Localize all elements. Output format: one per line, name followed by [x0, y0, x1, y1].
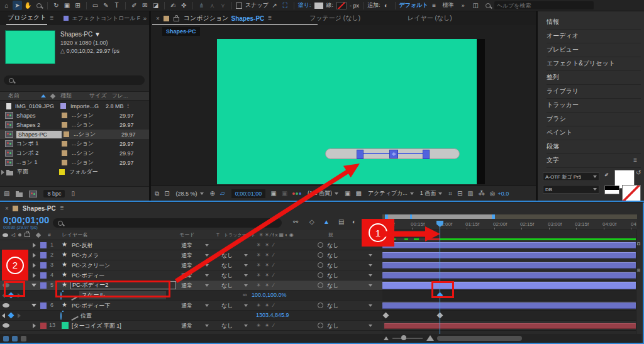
expand-inout-icon[interactable] [21, 336, 26, 341]
parent-chevron-icon[interactable] [369, 284, 372, 287]
stroke-label[interactable]: 線: [326, 1, 334, 9]
pen-tool-icon[interactable]: ✎ [101, 1, 111, 10]
mode-chevron-icon[interactable] [205, 325, 209, 327]
layer-name[interactable]: [ターコイズ 平面 1] [72, 322, 121, 330]
panel-tab-paint[interactable]: ペイント [547, 126, 641, 140]
timeline-search-box[interactable] [53, 218, 282, 228]
pan-behind-tool-icon[interactable]: ⊞ [73, 1, 82, 10]
mode-chevron-icon[interactable] [205, 254, 209, 257]
layer-track-selected[interactable] [382, 280, 636, 291]
matte-chevron-icon[interactable] [244, 325, 248, 327]
col-layer-name[interactable]: レイヤー名 [62, 231, 88, 238]
guides-grid-icon[interactable]: ⊕ [210, 191, 215, 197]
expander-icon[interactable] [33, 273, 36, 278]
col-parent[interactable]: 親 [328, 231, 333, 238]
file-row[interactable]: Shapes ...ション 29.97 [0, 111, 149, 120]
channels-icon[interactable] [292, 192, 301, 195]
tab-footage[interactable]: フッテージ (なし) [309, 14, 360, 23]
resolution-chevron-icon[interactable] [335, 192, 338, 195]
parent-pickwhip-icon[interactable] [318, 262, 323, 268]
parent-dropdown[interactable]: なし [327, 252, 338, 260]
timeline-button-icon[interactable]: ▥ [467, 191, 473, 197]
panel-tab-audio[interactable]: オーディオ [547, 29, 641, 43]
fill-label[interactable]: 塗り: [298, 1, 311, 9]
timeline-tab-name[interactable]: Shapes-PC [23, 205, 56, 212]
zoom-in-mountain-icon[interactable] [426, 335, 434, 341]
mode-dropdown[interactable]: 通常 [181, 262, 192, 270]
link-dimensions-icon[interactable]: ∞ [243, 292, 247, 298]
tab-project[interactable]: プロジェクト [6, 11, 47, 25]
timeline-tab-menu-icon[interactable]: ≡ [60, 205, 64, 211]
matte-chevron-icon[interactable] [244, 264, 248, 267]
pixel-aspect-icon[interactable]: ⌗ [448, 191, 452, 197]
selection-tool-icon[interactable]: ➤ [13, 1, 22, 10]
always-preview-icon[interactable]: ⧉ [155, 191, 159, 197]
puppet-pin-tool-icon[interactable]: ✜ [179, 1, 189, 10]
layer-row[interactable]: 3 ★ PC-スクリーン 通常 なし ✳ ☀ ∕ なし [0, 260, 382, 270]
parent-dropdown[interactable]: なし [327, 262, 338, 270]
layer-switches[interactable]: ✳ ☀ ∕ [257, 323, 275, 328]
label-swatch[interactable] [60, 103, 66, 109]
mode-dropdown[interactable]: 通常 [181, 252, 192, 260]
folder-expander-icon[interactable] [1, 170, 4, 175]
view-layout-chevron-icon[interactable] [438, 192, 442, 195]
font-style-dropdown[interactable]: DB [543, 185, 599, 194]
trash-icon[interactable]: ▯ [71, 191, 75, 197]
layer-switches[interactable]: ✳ ☀ ∕ [257, 242, 275, 248]
zoom-tool-icon[interactable] [34, 1, 43, 10]
workspace-default[interactable]: デフォルト [399, 1, 428, 9]
scale-property-track[interactable] [382, 291, 636, 301]
layer-name[interactable]: PC-反射 [72, 241, 93, 250]
trackmatte-dropdown[interactable]: なし [221, 262, 233, 270]
snap-options-icon[interactable]: ↗ [270, 1, 279, 10]
mode-dropdown[interactable]: 通常 [181, 322, 192, 330]
file-row[interactable]: Shapes 2 ...ション 29.97 [0, 120, 149, 130]
comp-thumbnail[interactable] [5, 30, 55, 64]
reset-color-icon[interactable]: ↺ [636, 170, 641, 176]
col-frame[interactable]: フレ... [112, 92, 128, 100]
parent-pickwhip-icon[interactable] [318, 272, 323, 278]
camera-chevron-icon[interactable] [410, 192, 414, 195]
next-keyframe-icon[interactable] [18, 313, 21, 318]
fast-previews-icon[interactable]: ⊟ [457, 191, 462, 197]
composition-canvas[interactable] [217, 39, 477, 184]
label-swatch[interactable] [59, 169, 65, 175]
layer-switches[interactable]: ✳ ☀ ∕ [257, 272, 275, 278]
layer-track[interactable] [382, 270, 636, 280]
sort-asc-icon[interactable] [41, 94, 46, 97]
current-timecode[interactable]: 0;00;01;00 [3, 214, 49, 225]
layer-row[interactable]: 13 [ターコイズ 平面 1] 通常 なし ✳ ☀ ∕ なし [0, 321, 382, 331]
panel-tab-character[interactable]: 文字 ≡ [547, 153, 641, 168]
close-icon[interactable]: × [5, 205, 9, 212]
layer-switches[interactable]: ✳ ☀ ∕ [257, 252, 275, 258]
expander-icon[interactable] [31, 304, 36, 307]
trackmatte-dropdown[interactable]: なし [221, 322, 233, 330]
horizontal-scrollbar[interactable] [437, 336, 522, 341]
layer-switches[interactable]: ✳ ☀ ∕ [257, 262, 275, 268]
mode-chevron-icon[interactable] [205, 274, 209, 277]
trackmatte-dropdown[interactable]: なし [221, 272, 233, 280]
camera-tool-icon[interactable]: ▣ [62, 1, 72, 10]
workspace-standard[interactable]: 標準 [443, 1, 454, 9]
roto-brush-tool-icon[interactable]: ✍ [169, 1, 178, 10]
playhead-line[interactable] [440, 226, 440, 334]
view-layout-value[interactable]: 1 画面 [420, 189, 436, 197]
layer-track[interactable] [382, 250, 636, 260]
parent-chevron-icon[interactable] [369, 254, 372, 257]
brush-gutter-icon[interactable]: ◙ [637, 268, 640, 273]
fill-swatch[interactable] [314, 3, 323, 9]
snapshot-icon[interactable]: ▣ [270, 191, 276, 197]
label-swatch[interactable] [62, 141, 67, 147]
font-family-dropdown[interactable]: A-OTF 新ゴ Pr5 [543, 172, 599, 181]
layer-row[interactable]: 1 ★ PC-反射 通常 ✳ ☀ ∕ なし [0, 240, 382, 250]
viewer-subtab[interactable]: Shapes-PC [162, 27, 200, 36]
transparency-grid-icon[interactable]: ▩ [356, 191, 362, 197]
parent-pickwhip-icon[interactable] [318, 323, 323, 328]
stopwatch-icon[interactable] [60, 312, 62, 320]
fullscreen-icon[interactable]: ⛶ [280, 1, 290, 10]
work-area-track[interactable] [382, 214, 637, 219]
expander-icon[interactable] [31, 284, 36, 287]
shape-tool-icon[interactable]: ▭ [91, 1, 100, 10]
scale-value[interactable]: 100.0,100.0% [252, 292, 287, 298]
tab-composition-label[interactable]: コンポジション [184, 14, 229, 23]
